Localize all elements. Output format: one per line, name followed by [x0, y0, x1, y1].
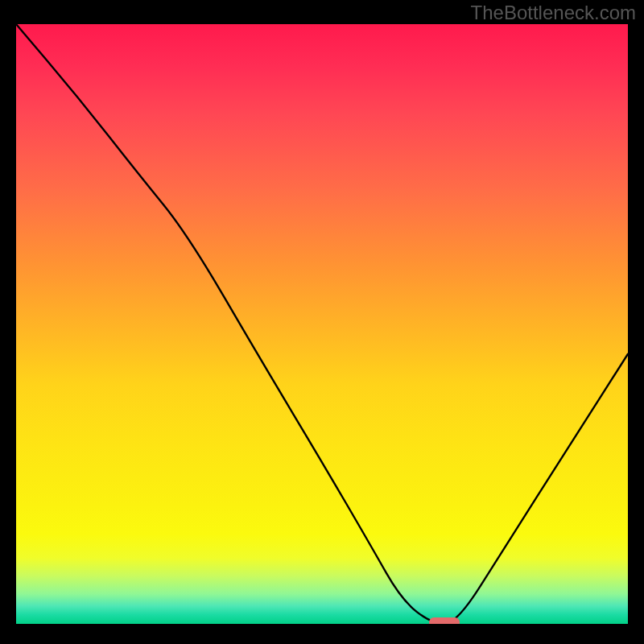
plot-area: [16, 24, 628, 624]
chart-overlay: [16, 24, 628, 624]
optimal-marker: [429, 617, 460, 624]
bottleneck-curve-line: [16, 24, 628, 624]
bottleneck-chart: TheBottleneck.com: [0, 0, 644, 644]
watermark-text: TheBottleneck.com: [471, 2, 636, 24]
